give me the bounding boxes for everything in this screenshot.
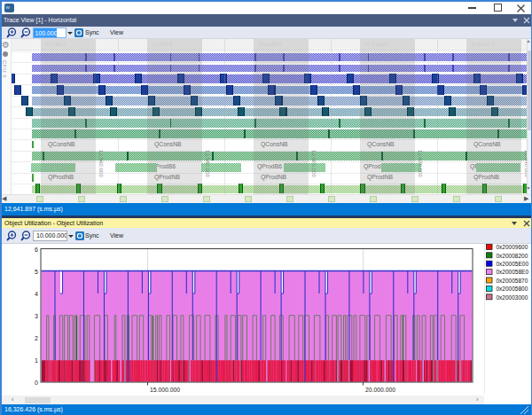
- svg-text:0x200058E0: 0x200058E0: [497, 269, 529, 275]
- svg-text:0x20005870: 0x20005870: [497, 278, 528, 284]
- svg-text:1: 1: [35, 357, 38, 364]
- svg-text:0x20005E00: 0x20005E00: [497, 261, 529, 267]
- svg-text:3: 3: [35, 313, 38, 319]
- svg-text:4: 4: [35, 291, 38, 297]
- svg-text:6: 6: [35, 247, 38, 253]
- svg-text:15.000.000: 15.000.000: [150, 387, 180, 393]
- svg-text:20.000.000: 20.000.000: [365, 387, 395, 393]
- svg-text:0x20009600: 0x20009600: [497, 244, 528, 250]
- svg-text:0x20005800: 0x20005800: [497, 286, 528, 292]
- svg-text:0x20003000: 0x20003000: [497, 294, 528, 301]
- svg-text:5: 5: [35, 269, 38, 275]
- svg-text:0x20008200: 0x20008200: [497, 253, 528, 259]
- svg-text:2: 2: [35, 335, 38, 341]
- svg-text:0: 0: [35, 380, 38, 386]
